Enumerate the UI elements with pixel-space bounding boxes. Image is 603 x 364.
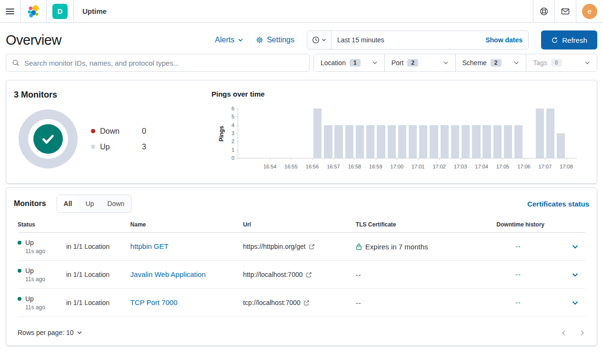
ping-bar xyxy=(388,125,396,158)
filter-location[interactable]: Location 1 xyxy=(314,54,385,71)
ping-bar xyxy=(546,108,554,158)
ping-bar xyxy=(514,125,523,158)
certificates-status-link[interactable]: Certificates status xyxy=(527,200,589,208)
lock-icon xyxy=(356,243,362,250)
status-donut-chart xyxy=(19,109,78,168)
newsfeed-button[interactable] xyxy=(554,0,576,22)
gear-icon xyxy=(256,36,263,44)
monitor-url: https://httpbin.org/get xyxy=(243,243,306,250)
time-range-value[interactable]: Last 15 minutes xyxy=(332,36,480,44)
x-axis-tick xyxy=(397,158,397,160)
page-title: Overview xyxy=(6,32,61,48)
tls-expiry: -- xyxy=(356,299,362,307)
search-input[interactable] xyxy=(24,59,303,67)
x-axis-tick xyxy=(461,158,461,160)
help-button[interactable] xyxy=(533,0,554,22)
x-axis-tick-label: 17:05 xyxy=(492,164,513,169)
rows-per-page-button[interactable]: Rows per page: 10 xyxy=(18,329,82,336)
expand-row-button[interactable] xyxy=(564,243,585,250)
ping-bar xyxy=(419,125,427,158)
column-header-downtime: Downtime history xyxy=(496,221,564,228)
chevron-down-icon xyxy=(513,60,519,66)
tls-expiry: -- xyxy=(356,271,362,279)
chevron-down-icon xyxy=(322,38,326,42)
external-link-icon[interactable] xyxy=(309,244,315,250)
downtime-history-value: -- xyxy=(515,299,521,306)
chevron-down-icon xyxy=(238,37,243,43)
status-text: Up xyxy=(25,267,34,275)
expand-row-button[interactable] xyxy=(564,271,585,278)
location-summary: in 1/1 Location xyxy=(66,299,110,306)
chevron-down-icon xyxy=(372,60,378,66)
previous-page-button[interactable] xyxy=(561,330,567,336)
next-page-button[interactable] xyxy=(579,330,585,336)
x-axis-tick xyxy=(502,158,503,160)
pings-plot: 16:5416:5516:5616:5716:5816:5917:0017:01… xyxy=(238,108,577,158)
x-axis-tick-label: 16:54 xyxy=(260,164,281,169)
x-axis-tick xyxy=(270,158,271,160)
status-up-dot-icon xyxy=(18,297,21,301)
tab-up[interactable]: Up xyxy=(79,195,100,212)
x-axis-tick-label: 17:04 xyxy=(471,164,492,169)
elastic-logo[interactable] xyxy=(20,0,47,22)
refresh-button[interactable]: Refresh xyxy=(541,30,597,49)
chevron-left-icon xyxy=(561,330,567,336)
alerts-dropdown[interactable]: Alerts xyxy=(215,36,243,44)
x-axis-tick-label: 17:01 xyxy=(408,164,429,169)
last-check-time: 11s ago xyxy=(25,248,66,255)
ping-bar xyxy=(366,125,374,158)
monitor-url: http://localhost:7000 xyxy=(243,271,302,278)
down-dot-icon xyxy=(91,129,95,133)
filter-port[interactable]: Port 2 xyxy=(385,54,456,71)
time-range-picker: Last 15 minutes Show dates xyxy=(307,30,529,49)
ping-bar xyxy=(398,125,406,158)
chevron-down-icon xyxy=(584,60,590,66)
down-count: 0 xyxy=(142,127,146,136)
monitor-name-link[interactable]: TCP Port 7000 xyxy=(131,298,178,306)
chevron-down-icon xyxy=(443,60,449,66)
x-axis-tick xyxy=(312,158,313,160)
x-axis-tick xyxy=(482,158,482,160)
column-header-tls: TLS Certificate xyxy=(356,221,497,228)
monitor-name-link[interactable]: Javalin Web Application xyxy=(131,270,206,278)
quick-select-menu[interactable] xyxy=(307,31,332,49)
x-axis-tick-label: 16:58 xyxy=(344,164,365,169)
settings-link[interactable]: Settings xyxy=(256,36,294,44)
check-icon xyxy=(40,131,56,147)
x-axis-tick xyxy=(376,158,376,160)
ping-bar xyxy=(430,125,438,158)
status-legend: Down 0 Up 3 xyxy=(91,127,146,151)
show-dates-button[interactable]: Show dates xyxy=(480,36,528,44)
external-link-icon[interactable] xyxy=(303,300,310,306)
monitor-name-link[interactable]: httpbin GET xyxy=(131,242,169,250)
app-title: Uptime xyxy=(74,0,115,22)
filter-count-badge: 2 xyxy=(407,59,418,67)
monitor-url: tcp://localhost:7000 xyxy=(243,299,301,306)
monitors-panel: Monitors All Up Down Certificates status… xyxy=(6,187,597,346)
x-axis-tick xyxy=(333,158,334,160)
external-link-icon[interactable] xyxy=(306,272,312,278)
ping-bar xyxy=(334,125,342,158)
ping-bar xyxy=(345,125,353,158)
x-axis-tick xyxy=(566,158,567,160)
x-axis-tick-label: 17:07 xyxy=(534,164,555,169)
monitor-search xyxy=(6,54,310,72)
last-check-time: 11s ago xyxy=(25,276,66,283)
refresh-icon xyxy=(551,37,558,44)
x-axis-tick xyxy=(545,158,545,160)
location-summary: in 1/1 Location xyxy=(66,271,110,278)
downtime-history-value: -- xyxy=(515,243,521,250)
tab-all[interactable]: All xyxy=(57,195,79,212)
ping-bar xyxy=(324,125,332,158)
filter-scheme[interactable]: Scheme 2 xyxy=(456,54,527,71)
expand-row-button[interactable] xyxy=(564,299,585,306)
status-filter-tabs: All Up Down xyxy=(57,195,132,213)
tab-down[interactable]: Down xyxy=(100,195,131,212)
chevron-down-icon xyxy=(572,271,579,278)
column-header-status: Status xyxy=(18,221,131,228)
column-header-url: Url xyxy=(243,221,356,228)
deployment-badge[interactable]: D xyxy=(47,0,74,22)
up-dot-icon xyxy=(91,145,95,149)
user-menu-button[interactable]: e xyxy=(576,0,603,22)
menu-button[interactable] xyxy=(0,0,20,22)
